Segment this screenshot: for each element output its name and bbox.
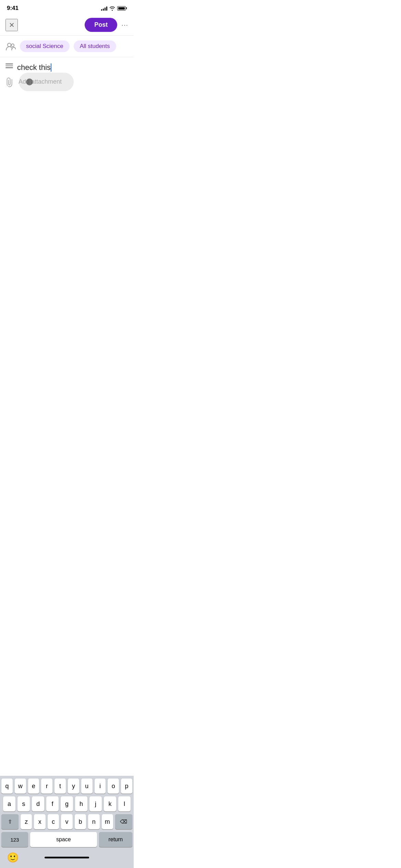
audience-row: social Science All students bbox=[0, 36, 134, 57]
toolbar-right: Post ··· bbox=[85, 18, 128, 32]
text-cursor bbox=[51, 63, 51, 72]
signal-icon bbox=[101, 6, 107, 11]
wifi-icon bbox=[109, 6, 115, 11]
battery-icon bbox=[117, 6, 127, 11]
attachment-icon bbox=[4, 75, 16, 88]
message-input[interactable]: check this bbox=[17, 63, 128, 73]
message-text-content: check this bbox=[17, 63, 51, 72]
post-button[interactable]: Post bbox=[85, 18, 117, 32]
close-button[interactable]: ✕ bbox=[5, 19, 18, 31]
attachment-label: Add attachment bbox=[19, 78, 62, 85]
close-icon: ✕ bbox=[9, 21, 15, 29]
svg-point-0 bbox=[8, 43, 11, 47]
audience-icon bbox=[5, 42, 16, 51]
more-button[interactable]: ··· bbox=[121, 21, 128, 29]
content-area bbox=[0, 91, 134, 160]
message-row: check this bbox=[0, 57, 134, 73]
status-bar: 9:41 bbox=[0, 0, 134, 14]
class-chip[interactable]: social Science bbox=[20, 40, 70, 52]
status-time: 9:41 bbox=[7, 5, 19, 12]
students-chip[interactable]: All students bbox=[74, 40, 116, 52]
format-icon bbox=[5, 63, 13, 68]
toolbar: ✕ Post ··· bbox=[0, 14, 134, 36]
attachment-row[interactable]: Add attachment bbox=[0, 73, 134, 91]
status-icons bbox=[101, 6, 127, 11]
svg-point-1 bbox=[11, 44, 14, 47]
